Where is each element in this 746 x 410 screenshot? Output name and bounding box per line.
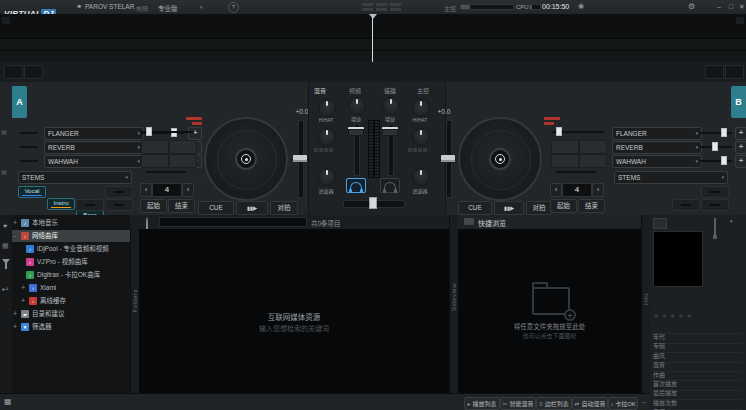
info-mode-button[interactable] — [653, 218, 667, 229]
deck-b-fx2-slider[interactable] — [700, 141, 732, 152]
deck-b-stem-empty-pad[interactable] — [701, 199, 729, 211]
deck-b-fx2-add-button[interactable]: + — [735, 141, 746, 154]
deck-a-fx3-select[interactable]: WAHWAH▾ — [44, 155, 144, 168]
deck-a-fx1-select[interactable]: FLANGER▾ — [44, 127, 144, 140]
deck-b-fx1-select[interactable]: FLANGER▾ — [612, 127, 702, 140]
tree-item-folders-suggestions[interactable]: +▰目录和建议 — [12, 308, 130, 320]
channel-1-gain-knob[interactable] — [348, 97, 366, 115]
edition-dropdown[interactable]: 专业版 — [158, 3, 178, 13]
deck-b-pad-2[interactable] — [579, 140, 607, 154]
channel-2-pfl-button[interactable] — [380, 178, 400, 193]
deck-b-loop-size[interactable]: 4 — [562, 183, 592, 197]
filter-funnel-icon[interactable] — [2, 259, 10, 281]
deck-b-sync-button[interactable]: 对拍 — [526, 201, 552, 215]
channel-1-pfl-button[interactable] — [346, 178, 366, 193]
settings-gear-icon[interactable]: ⚙ — [688, 2, 695, 11]
deck-b-jog-wheel[interactable] — [458, 117, 542, 201]
deck-a-side-button2-icon[interactable]: ▦ — [1, 168, 7, 175]
deck-a-pad-4[interactable] — [169, 154, 197, 168]
deck-b-cue-button[interactable]: CUE — [458, 201, 492, 215]
playlist-tab[interactable]: ▸播放列表 — [464, 397, 500, 410]
deck-a-pad-2[interactable] — [169, 140, 197, 154]
deck-b-loop-half-button[interactable]: ‹ — [550, 183, 562, 197]
deck-a-jog-wheel[interactable] — [204, 117, 288, 201]
deck-a-loop-mini-slider[interactable] — [146, 171, 186, 173]
maximize-button[interactable]: □ — [726, 2, 736, 12]
tree-item-offline-cache[interactable]: +♪离线缓存 — [12, 295, 130, 307]
help-icon[interactable]: ? — [228, 2, 239, 13]
wave-zoom-left[interactable] — [2, 17, 10, 24]
record-icon[interactable]: ◉ — [578, 2, 584, 10]
deck-b-pad-4[interactable] — [579, 154, 607, 168]
channel-2-gain-knob[interactable] — [382, 97, 400, 115]
tree-item-digitrax[interactable]: ♪Digitrax - 卡拉OK曲库 — [12, 269, 130, 281]
mixer-left-mid-knob[interactable] — [318, 128, 336, 146]
tree-item-vjpro[interactable]: ♪VJ'Pro - 视频曲库 — [12, 256, 130, 268]
close-button[interactable]: ✕ — [737, 2, 746, 12]
crossfader-handle[interactable] — [369, 197, 377, 209]
mixer-left-eq-hihat-knob[interactable] — [318, 99, 336, 117]
deck-a-fx2-select[interactable]: REVERB▾ — [44, 141, 144, 154]
deck-b-loop-double-button[interactable]: › — [592, 183, 604, 197]
shortcut-drop-zone[interactable]: 将任意文件夹拖放至此处 也可以点击下面图标 — [458, 229, 641, 393]
mixer-right-eq-hihat-knob[interactable] — [412, 99, 430, 117]
channel-1-volume-handle[interactable] — [348, 127, 364, 136]
deck-b-stem-empty-pad[interactable] — [672, 199, 700, 211]
layout-switch-1-icon[interactable] — [362, 3, 373, 11]
rating-stars[interactable]: ★★★★★ — [653, 312, 694, 320]
deck-a-tab[interactable]: A — [12, 86, 27, 118]
deck-a-loop-in-button[interactable]: 起始 — [140, 199, 167, 213]
deck-b-loop-in-button[interactable]: 起始 — [550, 199, 577, 213]
deck-b-tab[interactable]: B — [731, 86, 746, 118]
wave-zoom-right[interactable] — [736, 17, 744, 24]
info-caret-icon[interactable]: ▾ — [730, 218, 733, 224]
deck-a-stem-empty-pad[interactable] — [105, 199, 133, 211]
deck-a-stem-empty-pad[interactable] — [76, 199, 104, 211]
send-arrow-icon[interactable]: → — [640, 398, 647, 405]
history-icon[interactable]: ▦ — [2, 242, 9, 250]
mixer-tab-scratch[interactable]: 搓碟 — [384, 86, 396, 95]
deck-b-fx3-slider[interactable] — [700, 155, 732, 166]
deck-a-stem-instru[interactable]: Instru — [47, 198, 75, 210]
back-icon[interactable]: ↩ — [2, 285, 9, 294]
deck-b-loop-out-button[interactable]: 结束 — [578, 199, 605, 213]
deck-b-loop-mini-slider[interactable] — [556, 171, 596, 173]
deck-a-play-button[interactable]: ▮▮▶ — [236, 201, 268, 215]
deck-b-fx3-select[interactable]: WAHWAH▾ — [612, 155, 702, 168]
mixer-tab-mixer[interactable]: 混音 — [314, 86, 326, 95]
tree-item-filters[interactable]: +▼筛选器 — [12, 321, 130, 333]
prelisten-headphone-icon[interactable] — [714, 218, 716, 236]
deck-b-stems-select[interactable]: STEMS▾ — [614, 171, 728, 184]
deck-a-pad-1[interactable] — [141, 140, 169, 154]
shortcut-grid-icon[interactable]: ▦ — [4, 397, 12, 406]
deck-a-loop-size[interactable]: 4 — [152, 183, 182, 197]
layout-switch-2-icon[interactable] — [376, 3, 387, 11]
deck-b-stem-empty-pad[interactable] — [701, 186, 729, 198]
tree-item-idjpool[interactable]: ♪iDjPool - 专业音频和视频 — [12, 243, 130, 255]
deck-a-loop-out-button[interactable]: 结束 — [168, 199, 195, 213]
deck-a-stem-vocal[interactable]: Vocal — [18, 186, 46, 198]
deck-b-fx1-add-button[interactable]: + — [735, 127, 746, 140]
tree-item-xiami[interactable]: +♪Xiami — [12, 282, 130, 294]
deck-b-fx1-slider[interactable] — [700, 127, 732, 138]
file-list-panel[interactable]: 互联网媒体资源 输入您想检索的关键词 — [139, 229, 449, 393]
edition-chevron-icon[interactable]: ▾ — [200, 4, 203, 10]
deck-b-pitch-handle[interactable] — [441, 155, 455, 162]
deck-a-pad-3[interactable] — [141, 154, 169, 168]
search-input[interactable] — [159, 217, 307, 227]
minimize-button[interactable]: – — [714, 2, 724, 12]
deck-a-pitch-handle[interactable] — [293, 155, 307, 162]
deck-a-pad-param-slider[interactable] — [142, 126, 194, 137]
layout-switch-3-icon[interactable] — [390, 3, 401, 11]
user-name[interactable]: PAROV STELAR — [85, 3, 134, 10]
deck-a-loop-double-button[interactable]: › — [182, 183, 194, 197]
smartmix-tab[interactable]: ✂智能混音 — [500, 397, 536, 410]
deck-a-stems-select[interactable]: STEMS▾ — [18, 171, 132, 184]
tree-item-local-music[interactable]: +♪本地音乐 — [12, 217, 130, 229]
deck-a-loop-half-button[interactable]: ‹ — [140, 183, 152, 197]
deck-b-fx2-select[interactable]: REVERB▾ — [612, 141, 702, 154]
automix-tab[interactable]: ⇄自动混音 — [572, 397, 608, 410]
tree-item-online-library[interactable]: -♪网络曲库 — [12, 230, 130, 242]
mixer-tab-master[interactable]: 主控 — [417, 86, 429, 95]
deck-b-play-button[interactable]: ▮▮▶ — [494, 201, 524, 215]
